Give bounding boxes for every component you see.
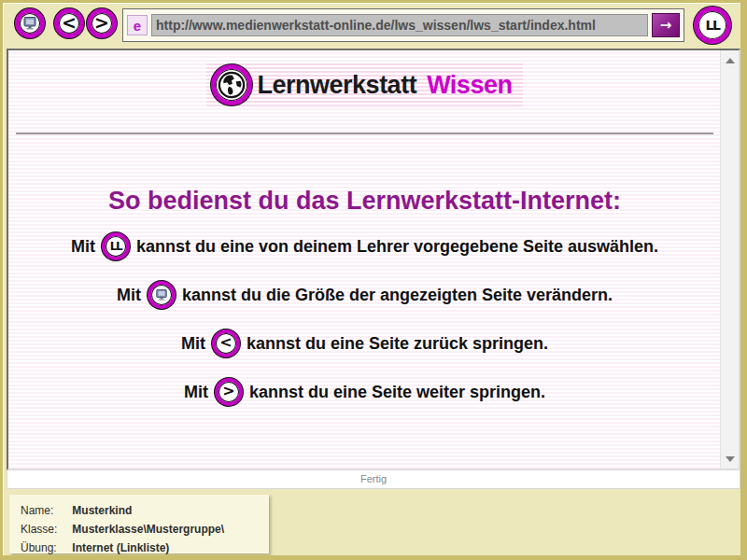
info-label: Übung: (21, 539, 69, 557)
up-triangle-icon (726, 58, 735, 63)
back-arrow-icon: < (212, 329, 240, 357)
divider (16, 133, 713, 134)
info-label: Name: (21, 501, 69, 520)
right-arrow-icon: → (660, 17, 672, 34)
info-row-klasse: Klasse: Musterklasse\Mustergruppe\ (21, 520, 269, 539)
logo-text-wissen: Wissen (427, 71, 512, 100)
instruction-prefix: Mit (184, 383, 208, 402)
globe-icon (211, 64, 252, 105)
linklist-button[interactable]: LL (694, 7, 731, 44)
forward-button[interactable]: > (87, 8, 117, 38)
scrollbar[interactable] (720, 50, 739, 469)
app-window: < > e → LL Lernwerkstatt Wissen (0, 0, 747, 560)
instruction-text: kannst du eine Seite weiter springen. (249, 383, 545, 402)
address-bar: e → (122, 8, 684, 42)
logo: Lernwerkstatt Wissen (206, 62, 524, 108)
scroll-up-button[interactable] (721, 52, 739, 68)
instruction-line-forward: Mit > kannst du eine Seite weiter spring… (8, 378, 721, 406)
browser-content: Lernwerkstatt Wissen So bedienst du das … (7, 49, 740, 470)
info-row-uebung: Übung: Internet (Linkliste) (21, 539, 269, 557)
instruction-prefix: Mit (181, 334, 205, 354)
info-label: Klasse: (21, 520, 69, 539)
status-text: Fertig (360, 473, 387, 484)
status-bar: Fertig (7, 470, 740, 489)
down-triangle-icon (726, 456, 735, 462)
page-title: So bedienst du das Lernwerkstatt-Interne… (8, 187, 721, 216)
go-button[interactable]: → (652, 13, 680, 37)
instruction-text: kannst du die Größe der angezeigten Seit… (182, 286, 613, 305)
resize-button[interactable] (15, 8, 45, 38)
forward-arrow-icon: > (215, 378, 243, 406)
monitor-icon (22, 16, 37, 31)
info-value: Musterklasse\Mustergruppe\ (72, 523, 224, 536)
back-arrow-icon: < (62, 14, 77, 32)
instruction-text: kannst du eine von deinem Lehrer vorgege… (136, 237, 658, 257)
user-info-panel: Name: Musterkind Klasse: Musterklasse\Mu… (9, 495, 269, 553)
logo-text-lernwerkstatt: Lernwerkstatt (258, 71, 417, 100)
instruction-line-resize: Mit kannst du die Größe der angezeigten … (8, 281, 721, 309)
info-value: Musterkind (72, 504, 132, 517)
url-input[interactable] (151, 14, 648, 36)
forward-arrow-icon: > (94, 14, 109, 32)
ll-icon: LL (706, 19, 720, 32)
ll-icon: LL (102, 232, 130, 260)
instruction-line-back: Mit < kannst du eine Seite zurück spring… (8, 329, 721, 357)
scroll-down-button[interactable] (721, 451, 739, 467)
monitor-icon (148, 281, 176, 309)
instruction-prefix: Mit (71, 237, 95, 257)
instruction-prefix: Mit (117, 286, 141, 305)
instruction-line-linklist: Mit LL kannst du eine von deinem Lehrer … (8, 232, 721, 260)
info-row-name: Name: Musterkind (21, 501, 269, 520)
browser-favicon-icon: e (127, 15, 148, 35)
info-value: Internet (Linkliste) (72, 541, 169, 554)
instruction-text: kannst du eine Seite zurück springen. (247, 334, 548, 354)
back-button[interactable]: < (54, 8, 84, 38)
